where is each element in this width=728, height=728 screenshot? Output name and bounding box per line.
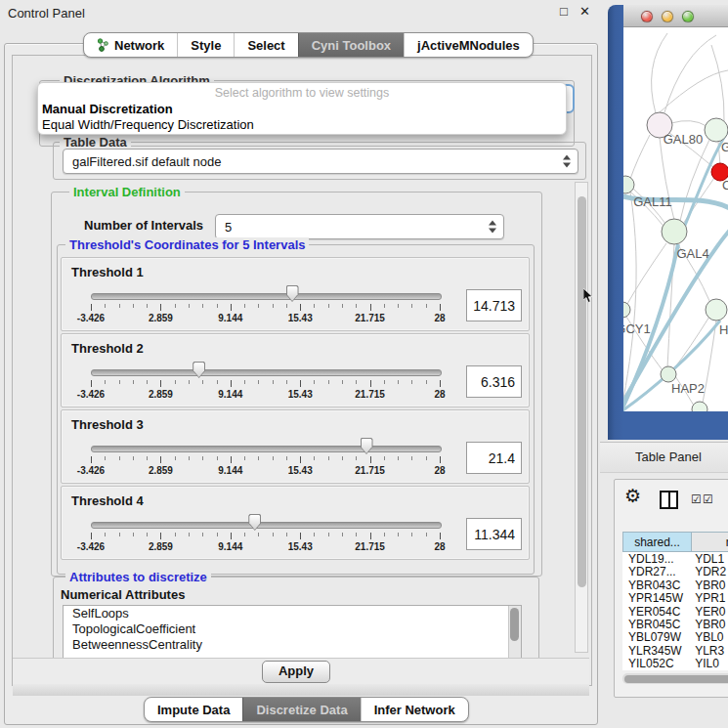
table-row[interactable]: YBR043CYBR0 [622, 578, 728, 591]
table-row[interactable]: YLR345WYLR3 [622, 644, 728, 657]
tab-style[interactable]: Style [177, 33, 234, 57]
number-of-intervals-label: Number of Intervals [84, 218, 203, 233]
tick [300, 304, 301, 311]
tab-impute-data[interactable]: Impute Data [145, 698, 242, 721]
panel-scrollbar[interactable] [575, 182, 588, 653]
network-node-h[interactable] [706, 299, 727, 321]
table-cell[interactable]: YPR145W [622, 591, 689, 604]
control-panel-tabbar: NetworkStyleSelectCyni ToolboxjActiveMNo… [83, 32, 534, 58]
number-of-intervals-combobox[interactable]: 5 [215, 214, 504, 239]
table-row[interactable]: YBR045CYBR0 [622, 618, 728, 630]
table-row[interactable]: YPR145WYPR1 [622, 591, 728, 604]
table-cell[interactable]: YBR043C [622, 578, 689, 591]
table-scrollbar-thumb[interactable] [624, 675, 728, 683]
close-window-button[interactable] [641, 11, 653, 22]
threshold-1-value-input[interactable] [466, 289, 522, 321]
threshold-3-value-input[interactable] [466, 442, 522, 474]
tick-label: -3.426 [77, 389, 105, 400]
table-cell[interactable]: YBR0 [689, 578, 728, 591]
table-cell[interactable]: YBL079W [622, 630, 689, 643]
tick [217, 380, 218, 384]
table-row[interactable]: YIL052CYIL0 [622, 657, 728, 669]
table-cell[interactable]: YLR3 [689, 644, 728, 657]
tab-infer-network[interactable]: Infer Network [361, 698, 468, 721]
numerical-attributes-label: Numerical Attributes [61, 587, 185, 602]
column-header-name[interactable]: na [692, 532, 728, 552]
table-cell[interactable]: YDL1 [689, 552, 728, 565]
tick [231, 380, 232, 387]
tick-label: 9.144 [218, 313, 242, 323]
tick [314, 456, 315, 460]
threshold-4-value-input[interactable] [466, 518, 522, 550]
algorithm-option-equal-width-frequency-discretization[interactable]: Equal Width/Frequency Discretization [42, 117, 254, 132]
table-cell[interactable]: YIL0 [689, 657, 728, 669]
minimize-window-button[interactable] [662, 11, 673, 22]
attribute-item-betweennesscentrality[interactable]: BetweennessCentrality [64, 637, 521, 653]
tick [160, 456, 161, 463]
table-row[interactable]: YER054CYER0 [622, 605, 728, 618]
threshold-slider-track[interactable] [91, 293, 442, 300]
tick [119, 304, 120, 308]
slider-ticks [91, 304, 440, 312]
tab-discretize-data[interactable]: Discretize Data [242, 698, 360, 721]
algorithm-option-manual-discretization[interactable]: Manual Discretization [42, 102, 173, 116]
tick-label: 15.43 [288, 389, 313, 400]
table-data-combobox[interactable]: galFiltered.sif default node [63, 149, 578, 174]
tick [244, 456, 245, 460]
tab-network[interactable]: Network [84, 33, 177, 57]
algorithm-dropdown-popup: Select algorithm to view settings Manual… [37, 82, 567, 135]
tick [202, 380, 203, 384]
threshold-2-value-input[interactable] [466, 365, 522, 398]
table-cell[interactable]: YBL0 [689, 630, 728, 643]
tick-label: 28 [434, 313, 445, 323]
column-header-shared-name[interactable]: shared... [622, 532, 692, 552]
zoom-window-button[interactable] [682, 11, 694, 22]
apply-button[interactable]: Apply [262, 661, 330, 683]
table-cell[interactable]: YDL19... [622, 552, 689, 565]
tick [342, 456, 343, 460]
tick [384, 533, 385, 536]
close-panel-icon[interactable]: ✕ [579, 4, 590, 19]
network-canvas[interactable]: GAL80GACGAL11GAL4GCY1HHAP2 [623, 27, 728, 411]
network-node-gcy1[interactable] [623, 302, 630, 318]
attribute-item-selfloops[interactable]: SelfLoops [64, 606, 521, 621]
float-window-icon[interactable]: □ [560, 4, 568, 19]
split-view-icon[interactable] [660, 491, 678, 509]
network-view-window[interactable]: GAL80GACGAL11GAL4GCY1HHAP2 [608, 5, 728, 440]
network-node-gal4[interactable] [662, 219, 687, 244]
table-row[interactable]: YDL19...YDL1 [622, 552, 728, 565]
checkbox-icon[interactable]: ☑ [703, 492, 713, 506]
gear-icon[interactable]: ⚙ [624, 485, 641, 507]
network-node-hap2[interactable] [661, 366, 676, 382]
table-cell[interactable]: YPR1 [689, 591, 728, 604]
tab-select[interactable]: Select [234, 33, 297, 57]
list-scrollbar[interactable] [508, 606, 521, 659]
table-cell[interactable]: YBR0 [689, 618, 728, 630]
network-node-gal11[interactable] [623, 176, 634, 193]
table-row[interactable]: YDR27...YDR2 [622, 565, 728, 578]
network-node-ga[interactable] [705, 118, 728, 142]
threshold-slider-track[interactable] [91, 446, 442, 452]
attribute-item-topologicalcoefficient[interactable]: TopologicalCoefficient [64, 621, 521, 637]
threshold-slider-track[interactable] [91, 369, 442, 376]
tab-jactivemnodules[interactable]: jActiveMNodules [404, 33, 533, 57]
tab-cyni-toolbox[interactable]: Cyni Toolbox [298, 33, 404, 57]
network-node[interactable] [692, 402, 707, 411]
table-cell[interactable]: YDR2 [689, 565, 728, 578]
node-table[interactable]: YDL19...YDL1YDR27...YDR2YBR043CYBR0YPR14… [622, 552, 728, 670]
panel-scrollbar-thumb[interactable] [578, 196, 586, 587]
threshold-slider-track[interactable] [91, 522, 442, 529]
table-cell[interactable]: YIL052C [622, 657, 689, 669]
numerical-attributes-list[interactable]: SelfLoopsTopologicalCoefficientBetweenne… [63, 605, 522, 660]
table-cell[interactable]: YER054C [622, 605, 689, 618]
table-cell[interactable]: YDR27... [622, 565, 689, 578]
list-scrollbar-thumb[interactable] [510, 608, 519, 641]
table-horizontal-scrollbar[interactable] [622, 673, 728, 684]
network-window-titlebar[interactable] [623, 5, 728, 27]
table-cell[interactable]: YLR345W [622, 644, 689, 657]
table-cell[interactable]: YER0 [689, 605, 728, 618]
table-cell[interactable]: YBR045C [622, 618, 689, 630]
table-row[interactable]: YBL079WYBL0 [622, 630, 728, 643]
tick [244, 533, 245, 536]
checkbox-icon[interactable]: ☑ [691, 492, 702, 506]
